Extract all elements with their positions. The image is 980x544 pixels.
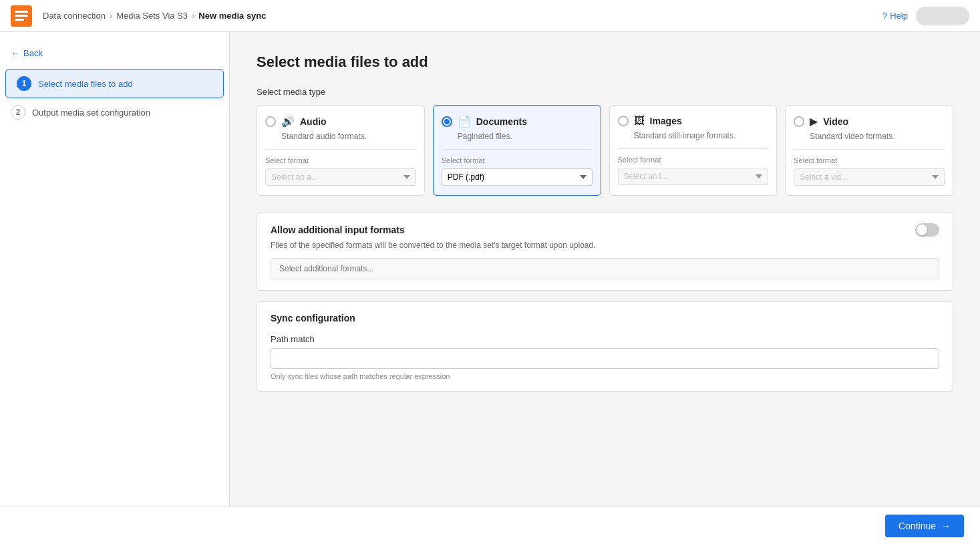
sync-config-title: Sync configuration	[271, 313, 939, 323]
help-label: Help	[890, 11, 908, 21]
documents-format-select[interactable]: PDF (.pdf)	[442, 168, 593, 186]
sidebar: ← Back 1 Select media files to add 2 Out…	[0, 32, 230, 507]
images-card-header: 🖼 Images	[618, 115, 769, 127]
main-content: Select media files to add Select media t…	[230, 32, 980, 507]
page-title: Select media files to add	[257, 53, 953, 71]
documents-title: Documents	[476, 116, 527, 127]
documents-radio[interactable]	[442, 116, 452, 127]
step-number-2: 2	[11, 105, 25, 120]
images-icon: 🖼	[634, 115, 645, 127]
allow-formats-desc: Files of the specified formats will be c…	[271, 241, 939, 250]
audio-format-select[interactable]: Select an a...	[265, 168, 416, 186]
allow-formats-toggle[interactable]	[915, 223, 939, 237]
breadcrumb-part3: New media sync	[198, 11, 266, 21]
app-logo	[11, 5, 32, 27]
video-subtitle: Standard video formats.	[794, 132, 945, 141]
help-icon: ?	[882, 11, 887, 21]
layout: ← Back 1 Select media files to add 2 Out…	[0, 32, 980, 507]
step-item-1[interactable]: 1 Select media files to add	[5, 69, 224, 98]
media-type-grid: 🔊 Audio Standard audio formats. Select f…	[257, 105, 953, 196]
media-card-audio[interactable]: 🔊 Audio Standard audio formats. Select f…	[257, 105, 425, 196]
footer: Continue →	[0, 507, 980, 544]
audio-format-label: Select format	[265, 156, 416, 164]
video-icon: ▶	[810, 115, 818, 128]
documents-format-section: Select format PDF (.pdf)	[442, 149, 593, 186]
video-title: Video	[823, 116, 848, 127]
images-format-select[interactable]: Select an i...	[618, 168, 769, 185]
allow-formats-header: Allow additional input formats	[271, 223, 939, 237]
media-card-images[interactable]: 🖼 Images Standard still-image formats. S…	[609, 105, 778, 196]
video-radio[interactable]	[794, 116, 804, 127]
continue-arrow-icon: →	[941, 521, 951, 531]
documents-subtitle: Paginated files.	[442, 132, 593, 141]
svg-rect-2	[15, 15, 28, 17]
images-title: Images	[650, 116, 682, 126]
additional-formats-input[interactable]	[271, 258, 939, 279]
path-hint: Only sync files whose path matches regul…	[271, 372, 939, 380]
video-format-section: Select format Select a vid...	[794, 149, 945, 186]
step-item-2[interactable]: 2 Output media set configuration	[0, 98, 229, 126]
images-subtitle: Standard still-image formats.	[618, 131, 769, 140]
documents-icon: 📄	[458, 115, 471, 128]
documents-format-label: Select format	[442, 156, 593, 164]
breadcrumb: Data connection › Media Sets Via S3 › Ne…	[43, 11, 267, 21]
images-format-label: Select format	[618, 156, 769, 164]
back-button[interactable]: ← Back	[0, 43, 53, 63]
breadcrumb-part2: Media Sets Via S3	[116, 11, 188, 21]
video-card-header: ▶ Video	[794, 115, 945, 128]
back-arrow-icon: ←	[11, 48, 19, 58]
audio-card-header: 🔊 Audio	[265, 115, 416, 128]
step-label-1: Select media files to add	[38, 79, 133, 89]
user-avatar	[916, 7, 969, 25]
breadcrumb-sep2: ›	[192, 11, 194, 21]
audio-subtitle: Standard audio formats.	[265, 132, 416, 141]
documents-card-header: 📄 Documents	[442, 115, 593, 128]
topbar: Data connection › Media Sets Via S3 › Ne…	[0, 0, 980, 32]
svg-rect-3	[15, 19, 24, 21]
step-label-2: Output media set configuration	[32, 108, 150, 118]
audio-radio[interactable]	[265, 116, 276, 127]
audio-format-section: Select format Select an a...	[265, 149, 416, 186]
video-format-label: Select format	[794, 156, 945, 164]
step-number-1: 1	[17, 76, 31, 91]
path-match-label: Path match	[271, 334, 939, 344]
help-button[interactable]: ? Help	[882, 11, 908, 21]
sync-config-box: Sync configuration Path match Only sync …	[257, 301, 953, 392]
breadcrumb-part1: Data connection	[43, 11, 106, 21]
media-card-video[interactable]: ▶ Video Standard video formats. Select f…	[785, 105, 953, 196]
svg-rect-1	[15, 11, 28, 13]
path-match-input[interactable]	[271, 348, 939, 369]
continue-button[interactable]: Continue →	[885, 515, 964, 537]
audio-title: Audio	[300, 116, 327, 127]
back-label: Back	[23, 48, 43, 58]
video-format-select[interactable]: Select a vid...	[794, 168, 945, 186]
media-card-documents[interactable]: 📄 Documents Paginated files. Select form…	[433, 105, 601, 196]
media-type-section-label: Select media type	[257, 87, 953, 97]
audio-icon: 🔊	[281, 115, 295, 128]
allow-formats-title: Allow additional input formats	[271, 225, 405, 235]
images-radio[interactable]	[618, 116, 629, 126]
allow-formats-box: Allow additional input formats Files of …	[257, 212, 953, 291]
breadcrumb-sep1: ›	[110, 11, 112, 21]
topbar-right: ? Help	[882, 7, 969, 25]
continue-label: Continue	[899, 521, 936, 531]
images-format-section: Select format Select an i...	[618, 148, 769, 185]
